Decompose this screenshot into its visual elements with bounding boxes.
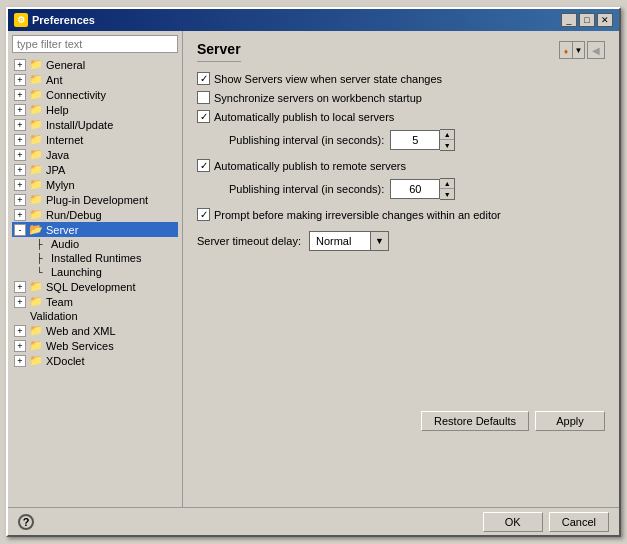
folder-icon: 📁 (29, 73, 43, 86)
sync-servers-checkbox[interactable] (197, 91, 210, 104)
timeout-label: Server timeout delay: (197, 235, 301, 247)
sidebar-item-launching[interactable]: └ Launching (12, 265, 178, 279)
sidebar-item-audio[interactable]: ├ Audio (12, 237, 178, 251)
sidebar-item-sql-dev[interactable]: + 📁 SQL Development (12, 279, 178, 294)
close-button[interactable]: ✕ (597, 13, 613, 27)
nav-dropdown-icon[interactable]: ▼ (572, 42, 584, 58)
sidebar-item-mylyn[interactable]: + 📁 Mylyn (12, 177, 178, 192)
sidebar-item-connectivity[interactable]: + 📁 Connectivity (12, 87, 178, 102)
remote-interval-input[interactable] (390, 179, 440, 199)
sidebar-item-xdoclet[interactable]: + 📁 XDoclet (12, 353, 178, 368)
local-interval-row: Publishing interval (in seconds): ▲ ▼ (197, 129, 605, 151)
sidebar-item-label: Team (46, 296, 73, 308)
local-interval-label: Publishing interval (in seconds): (229, 134, 384, 146)
remote-interval-row: Publishing interval (in seconds): ▲ ▼ (197, 178, 605, 200)
sidebar-item-install-update[interactable]: + 📁 Install/Update (12, 117, 178, 132)
expand-icon: + (14, 119, 26, 131)
show-servers-label: Show Servers view when server state chan… (214, 73, 442, 85)
sidebar-item-label: Server (46, 224, 78, 236)
preferences-window: ⚙ Preferences _ □ ✕ + 📁 General + 📁 Ant (6, 7, 621, 537)
sidebar-item-server[interactable]: - 📂 Server (12, 222, 178, 237)
folder-icon: 📁 (29, 148, 43, 161)
show-servers-checkbox[interactable] (197, 72, 210, 85)
tree-line: └ (36, 267, 48, 277)
sync-servers-option: Synchronize servers on workbench startup (197, 91, 605, 104)
auto-publish-local-checkbox[interactable] (197, 110, 210, 123)
sidebar-item-jpa[interactable]: + 📁 JPA (12, 162, 178, 177)
restore-defaults-button[interactable]: Restore Defaults (421, 411, 529, 431)
expand-icon: + (14, 134, 26, 146)
local-interval-spinner-buttons: ▲ ▼ (440, 129, 455, 151)
forward-nav[interactable]: ⬧ ▼ (559, 41, 585, 59)
sidebar-item-general[interactable]: + 📁 General (12, 57, 178, 72)
prompt-irreversible-label: Prompt before making irreversible change… (214, 209, 501, 221)
dropdown-arrow-icon[interactable]: ▼ (370, 232, 388, 250)
sidebar-item-run-debug[interactable]: + 📁 Run/Debug (12, 207, 178, 222)
ok-button[interactable]: OK (483, 512, 543, 532)
main-panel: Server ⬧ ▼ ◀ Show Servers view when serv… (183, 31, 619, 507)
folder-icon: 📁 (29, 354, 43, 367)
footer-left: ? (18, 514, 34, 530)
auto-publish-local-option: Automatically publish to local servers (197, 110, 605, 123)
remote-interval-spinner: ▲ ▼ (390, 178, 455, 200)
sidebar-item-validation[interactable]: Validation (12, 309, 178, 323)
folder-icon: 📁 (29, 178, 43, 191)
remote-interval-up[interactable]: ▲ (440, 179, 454, 189)
local-interval-up[interactable]: ▲ (440, 130, 454, 140)
sidebar-item-java[interactable]: + 📁 Java (12, 147, 178, 162)
local-interval-down[interactable]: ▼ (440, 140, 454, 150)
sidebar-item-label: XDoclet (46, 355, 85, 367)
sidebar-item-label: JPA (46, 164, 65, 176)
sidebar-item-plugin-dev[interactable]: + 📁 Plug-in Development (12, 192, 178, 207)
expand-icon: + (14, 179, 26, 191)
sync-servers-label: Synchronize servers on workbench startup (214, 92, 422, 104)
maximize-button[interactable]: □ (579, 13, 595, 27)
cancel-button[interactable]: Cancel (549, 512, 609, 532)
window-title: Preferences (32, 14, 95, 26)
sidebar-item-installed-runtimes[interactable]: ├ Installed Runtimes (12, 251, 178, 265)
window-content: + 📁 General + 📁 Ant + 📁 Connectivity + 📁… (8, 31, 619, 507)
folder-icon: 📁 (29, 193, 43, 206)
expand-icon: + (14, 89, 26, 101)
timeout-dropdown[interactable]: Normal ▼ (309, 231, 389, 251)
sidebar-item-label: Mylyn (46, 179, 75, 191)
local-interval-input[interactable] (390, 130, 440, 150)
nav-controls: ⬧ ▼ ◀ (559, 41, 605, 59)
section-title: Server (197, 41, 241, 62)
sidebar-item-internet[interactable]: + 📁 Internet (12, 132, 178, 147)
help-icon[interactable]: ? (18, 514, 34, 530)
sidebar-item-label: Ant (46, 74, 63, 86)
folder-icon: 📁 (29, 163, 43, 176)
apply-button[interactable]: Apply (535, 411, 605, 431)
sidebar-item-label: General (46, 59, 85, 71)
auto-publish-remote-checkbox[interactable] (197, 159, 210, 172)
show-servers-option: Show Servers view when server state chan… (197, 72, 605, 85)
expand-icon: + (14, 164, 26, 176)
title-bar-left: ⚙ Preferences (14, 13, 95, 27)
sidebar-item-web-services[interactable]: + 📁 Web Services (12, 338, 178, 353)
remote-interval-down[interactable]: ▼ (440, 189, 454, 199)
expand-icon: + (14, 194, 26, 206)
main-bottom-buttons: Restore Defaults Apply (197, 251, 605, 431)
minimize-button[interactable]: _ (561, 13, 577, 27)
filter-input[interactable] (12, 35, 178, 53)
expand-icon: + (14, 209, 26, 221)
main-header: Server ⬧ ▼ ◀ (197, 41, 605, 72)
expand-icon: + (14, 340, 26, 352)
sidebar-item-ant[interactable]: + 📁 Ant (12, 72, 178, 87)
expand-icon: + (14, 296, 26, 308)
footer-buttons: OK Cancel (483, 512, 609, 532)
sidebar-item-label: SQL Development (46, 281, 135, 293)
sidebar-item-web-xml[interactable]: + 📁 Web and XML (12, 323, 178, 338)
back-nav[interactable]: ◀ (587, 41, 605, 59)
prompt-irreversible-checkbox[interactable] (197, 208, 210, 221)
window-icon: ⚙ (14, 13, 28, 27)
folder-icon: 📂 (29, 223, 43, 236)
sidebar-item-team[interactable]: + 📁 Team (12, 294, 178, 309)
expand-icon: + (14, 59, 26, 71)
auto-publish-local-label: Automatically publish to local servers (214, 111, 394, 123)
title-buttons: _ □ ✕ (561, 13, 613, 27)
tree-line: ├ (36, 239, 48, 249)
sidebar-item-help[interactable]: + 📁 Help (12, 102, 178, 117)
folder-icon: 📁 (29, 339, 43, 352)
